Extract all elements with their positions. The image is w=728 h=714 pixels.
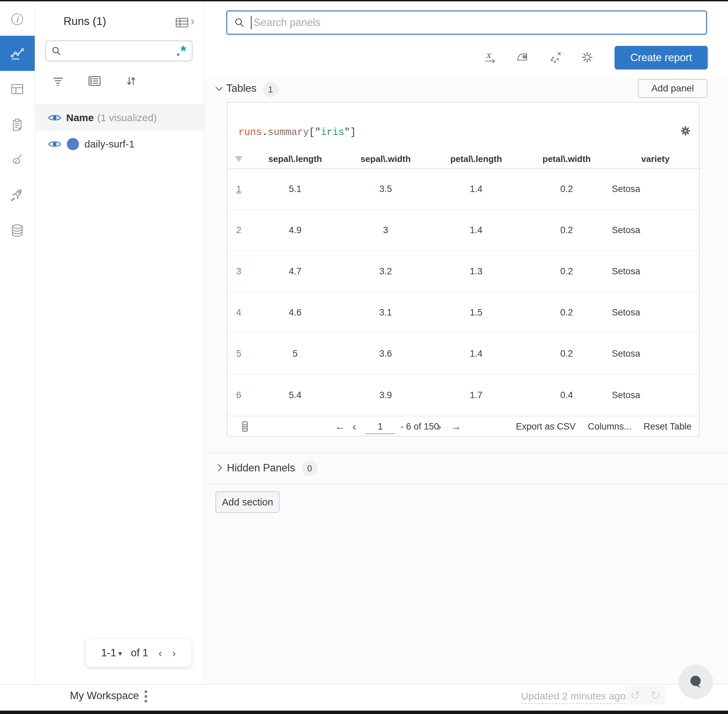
next-page-icon[interactable]: › <box>172 647 176 659</box>
caret-down-icon[interactable]: ▾ <box>118 649 122 658</box>
workspace-name[interactable]: My Workspace <box>70 690 139 702</box>
column-filter-icon[interactable] <box>227 154 250 164</box>
help-chat-button[interactable] <box>679 665 713 699</box>
workspace-main: Search panels x <box>205 2 728 684</box>
chevron-right-icon[interactable] <box>217 463 223 472</box>
redo-icon[interactable]: ↻ <box>645 686 666 705</box>
x-axis-settings-icon[interactable]: x <box>483 50 498 65</box>
table-cell: 5 <box>250 349 340 359</box>
column-header[interactable]: petal\.width <box>521 154 612 164</box>
column-header[interactable]: sepal\.length <box>250 154 340 164</box>
table-cell: 3.6 <box>340 349 431 359</box>
next-page-icon[interactable]: › <box>438 416 441 436</box>
table-footer: ← ‹ 1 - 6 of 150 › → Export as CSV Colum… <box>227 416 699 436</box>
settings-gear-icon[interactable] <box>580 50 595 65</box>
updated-timestamp[interactable]: Updated 2 minutes ago <box>521 690 626 704</box>
visualized-count-label: (1 visualized) <box>97 112 157 123</box>
pagination-range[interactable]: 1-1 <box>101 647 116 659</box>
runs-title: Runs (1) <box>63 15 106 28</box>
eye-icon[interactable] <box>48 113 62 123</box>
columns-button[interactable]: Columns... <box>588 422 632 432</box>
sort-icon[interactable] <box>123 73 139 89</box>
rocket-icon[interactable] <box>9 187 25 202</box>
row-index-link[interactable]: 5 <box>227 349 250 359</box>
chevron-down-icon[interactable] <box>215 86 224 92</box>
table-cell: Setosa <box>612 266 699 277</box>
column-header[interactable]: variety <box>612 154 699 164</box>
add-panel-button[interactable]: Add panel <box>638 79 707 98</box>
reset-table-button[interactable]: Reset Table <box>644 422 692 432</box>
column-header[interactable]: sepal\.width <box>340 154 431 164</box>
create-report-button[interactable]: Create report <box>615 46 708 69</box>
run-search-input[interactable]: .* <box>45 40 193 62</box>
broom-icon[interactable] <box>9 153 25 168</box>
expand-run-table-icon[interactable]: › <box>190 14 194 28</box>
prev-page-icon[interactable]: ‹ <box>158 647 162 659</box>
last-page-icon[interactable]: → <box>451 416 461 436</box>
table-cell: 0.2 <box>521 349 612 359</box>
row-index-link[interactable]: 3 <box>227 266 250 277</box>
row-index-link[interactable]: 6 <box>227 390 250 400</box>
panel-settings-gear-icon[interactable] <box>679 124 692 138</box>
regex-toggle-icon[interactable]: .* <box>176 44 187 58</box>
smoothing-iron-icon[interactable] <box>515 50 530 65</box>
undo-icon[interactable]: ↺ <box>625 686 645 705</box>
table-cell: 5.4 <box>250 390 340 400</box>
add-section-button[interactable]: Add section <box>215 491 280 513</box>
row-index-link[interactable]: 1 <box>227 184 250 194</box>
history-controls: ↺ ↻ <box>625 686 665 705</box>
run-color-dot <box>67 138 79 150</box>
table-cell: 0.2 <box>521 266 612 277</box>
tables-section-label[interactable]: Tables <box>226 82 257 94</box>
layout-grid-icon[interactable] <box>9 81 25 97</box>
first-page-icon[interactable]: ← <box>335 416 345 436</box>
column-header[interactable]: petal\.length <box>431 154 521 164</box>
page-range-label: - 6 of 150 <box>400 416 439 436</box>
panel-expression[interactable]: runs.summary["iris"] <box>238 127 356 138</box>
runs-header-row[interactable]: Name (1 visualized) <box>35 105 204 131</box>
page-number-input[interactable]: 1 <box>366 420 395 434</box>
row-height-icon[interactable] <box>242 416 248 436</box>
clipboard-icon[interactable] <box>9 117 25 133</box>
table-cell: 4.9 <box>250 225 340 236</box>
tables-count-badge: 1 <box>263 82 278 97</box>
table-cell: 5.1 <box>250 184 340 194</box>
workspace-menu-kebab-icon[interactable] <box>144 690 147 702</box>
table-cell: Setosa <box>612 390 699 400</box>
table-cell: 1.3 <box>431 266 521 277</box>
line-chart-icon <box>9 45 26 62</box>
eye-icon[interactable] <box>48 140 62 149</box>
search-icon <box>234 17 245 28</box>
table-cell: 3 <box>340 225 431 236</box>
table-cell: Setosa <box>612 308 699 318</box>
hidden-panels-section[interactable]: Hidden Panels 0 <box>205 453 728 484</box>
filter-icon[interactable] <box>50 73 66 89</box>
row-index-link[interactable]: 4 <box>227 308 250 318</box>
table-cell: 3.5 <box>340 184 431 194</box>
run-row[interactable]: daily-surf-1 <box>35 131 204 157</box>
row-index-link[interactable]: 2 <box>227 225 250 236</box>
export-csv-button[interactable]: Export as CSV <box>516 422 576 432</box>
table-row: 553.61.40.2Setosa <box>227 333 699 375</box>
table-cell: 3.9 <box>340 390 431 400</box>
run-name[interactable]: daily-surf-1 <box>84 138 134 150</box>
workspace-charts-tab-active[interactable] <box>0 36 35 71</box>
outliers-scatter-icon[interactable] <box>548 50 563 65</box>
info-icon[interactable]: i <box>9 12 25 27</box>
hidden-panels-label: Hidden Panels <box>227 462 295 474</box>
search-panels-input[interactable]: Search panels <box>226 10 707 35</box>
hidden-panels-count-badge: 0 <box>302 460 317 476</box>
prev-page-icon[interactable]: ‹ <box>352 416 356 436</box>
table-cell: 1.4 <box>431 225 521 236</box>
database-icon[interactable] <box>9 223 25 238</box>
table-cell: 0.2 <box>521 225 612 236</box>
runs-table-icon[interactable] <box>175 16 189 29</box>
table-cell: 3.2 <box>340 266 431 277</box>
table-cell: Setosa <box>612 184 699 194</box>
search-icon <box>51 46 62 56</box>
table-row: 65.43.91.70.4Setosa <box>227 375 699 416</box>
table-cell: 4.6 <box>250 308 340 318</box>
table-cell: 1.5 <box>431 308 521 318</box>
name-column-label: Name <box>66 112 94 123</box>
list-view-icon[interactable] <box>86 73 103 89</box>
